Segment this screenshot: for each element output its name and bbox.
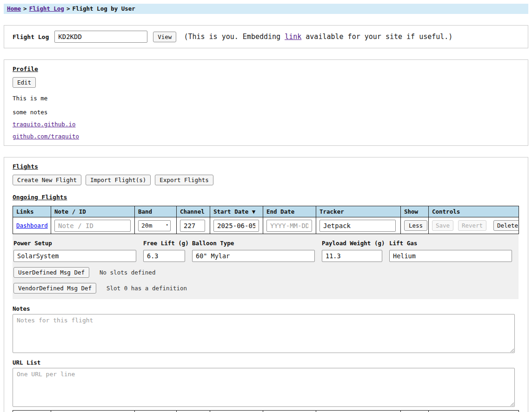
band-cell: ▾ (135, 411, 177, 412)
field-free-lift: Free Lift (g) (143, 240, 185, 262)
import-flights-button[interactable]: Import Flight(s) (86, 175, 151, 185)
note-cell (51, 411, 135, 412)
flights-table: Links Note / ID Band Channel Start Date … (13, 206, 519, 234)
revert-button[interactable]: Revert (458, 220, 486, 231)
flight-details-fields: Power Setup Free Lift (g) Balloon Type P… (13, 240, 515, 262)
channel-cell (177, 411, 210, 412)
band-cell: 20m ▾ (135, 217, 177, 234)
payload-weight-label: Payload Weight (g) (322, 240, 382, 247)
less-button[interactable]: Less (404, 220, 427, 231)
start-date-input[interactable] (213, 220, 259, 232)
flights-header-row: Links Note / ID Band Channel Start Date … (13, 206, 519, 217)
band-select-wrap: 20m ▾ (138, 220, 171, 231)
col-header-controls: Controls (429, 206, 519, 217)
embed-note-prefix: (This is you. Embedding (184, 33, 285, 41)
profile-section: Profile Edit This is me some notes traqu… (4, 59, 528, 146)
tracker-cell (316, 411, 401, 412)
userdefined-msg-row: UserDefined Msg Def No slots defined (13, 267, 515, 278)
lift-gas-label: Lift Gas (389, 240, 512, 247)
flight-log-label: Flight Log (13, 33, 49, 40)
profile-title: Profile (13, 65, 38, 72)
embed-note-suffix: available for your site if useful.) (301, 33, 452, 41)
delete-button[interactable]: Delete (493, 220, 519, 231)
profile-line-1: This is me (13, 92, 519, 102)
save-button[interactable]: Save (432, 220, 453, 231)
embed-link[interactable]: link (285, 33, 301, 41)
power-setup-input[interactable] (13, 250, 136, 262)
band-select[interactable]: 20m (138, 220, 171, 231)
col-header-start-date-sort[interactable]: Start Date ▼ (210, 206, 263, 217)
balloon-type-input[interactable] (192, 250, 315, 262)
view-button[interactable]: View (153, 32, 176, 42)
free-lift-input[interactable] (143, 250, 185, 262)
links-cell: Dashboard (13, 217, 51, 234)
flight-log-lookup-section: Flight Log View (This is you. Embedding … (4, 25, 528, 48)
balloon-type-label: Balloon Type (192, 240, 315, 247)
start-date-cell (210, 411, 263, 412)
field-power-setup: Power Setup (13, 240, 136, 262)
callsign-input[interactable] (54, 31, 147, 43)
vendordefined-msg-row: VendorDefined Msg Def Slot 0 has a defin… (13, 283, 515, 294)
tracker-input[interactable] (319, 220, 396, 232)
payload-weight-input[interactable] (322, 250, 382, 262)
field-payload-weight: Payload Weight (g) (322, 240, 382, 262)
breadcrumb: Home>Flight Log>Flight Log by User (4, 4, 528, 14)
note-cell (51, 217, 135, 234)
url-list-label: URL List (13, 359, 519, 366)
notes-textarea[interactable] (13, 314, 515, 353)
note-id-input[interactable] (54, 220, 131, 232)
col-header-channel: Channel (177, 206, 210, 217)
page: Home>Flight Log>Flight Log by User Fligh… (0, 0, 532, 412)
field-lift-gas: Lift Gas (389, 240, 512, 262)
col-header-tracker: Tracker (316, 206, 401, 217)
profile-link-traquito[interactable]: traquito.github.io (13, 120, 75, 128)
col-header-show: Show (401, 206, 429, 217)
free-lift-label: Free Lift (g) (143, 240, 185, 247)
start-date-cell (210, 217, 263, 234)
breadcrumb-link-home[interactable]: Home (7, 5, 21, 12)
col-header-note-id: Note / ID (51, 206, 135, 217)
flights-title: Flights (13, 163, 38, 170)
url-list-textarea[interactable] (13, 368, 515, 407)
profile-link-github[interactable]: github.com/traquito (13, 132, 79, 140)
power-setup-label: Power Setup (13, 240, 136, 247)
flight-row-2: Dashboard ▾ (13, 411, 519, 412)
ongoing-flights-title: Ongoing Flights (13, 194, 67, 201)
vendordefined-msg-status: Slot 0 has a definition (106, 285, 187, 292)
export-flights-button[interactable]: Export Flights (155, 175, 213, 185)
breadcrumb-link-flight-log[interactable]: Flight Log (29, 5, 64, 12)
breadcrumb-separator: > (66, 5, 70, 12)
userdefined-msg-status: No slots defined (100, 269, 155, 276)
userdefined-msg-def-button[interactable]: UserDefined Msg Def (13, 267, 89, 278)
notes-label: Notes (13, 305, 519, 312)
create-new-flight-button[interactable]: Create New Flight (13, 175, 81, 185)
show-cell (401, 411, 429, 412)
lift-gas-input[interactable] (389, 250, 512, 262)
col-header-links: Links (13, 206, 51, 217)
channel-input[interactable] (180, 220, 205, 232)
channel-cell (177, 217, 210, 234)
controls-cell (429, 411, 519, 412)
field-balloon-type: Balloon Type (192, 240, 315, 262)
edit-profile-button[interactable]: Edit (13, 77, 36, 88)
col-header-end-date: End Date (263, 206, 316, 217)
controls-cell: Save Revert Delete (429, 217, 519, 234)
breadcrumb-separator: > (23, 5, 27, 12)
end-date-cell (263, 411, 316, 412)
end-date-input[interactable] (266, 220, 312, 232)
flights-section: Flights Create New Flight Import Flight(… (4, 157, 528, 412)
flight-details-panel: Power Setup Free Lift (g) Balloon Type P… (13, 234, 519, 299)
breadcrumb-current: Flight Log by User (72, 5, 135, 12)
embed-note: (This is you. Embedding link available f… (184, 33, 452, 41)
col-header-band: Band (135, 206, 177, 217)
vendordefined-msg-def-button[interactable]: VendorDefined Msg Def (13, 283, 96, 294)
show-cell: Less (401, 217, 429, 234)
links-cell: Dashboard (13, 411, 51, 412)
flights-table-row-2: Dashboard ▾ (13, 410, 519, 412)
dashboard-link[interactable]: Dashboard (16, 222, 48, 229)
flight-row: Dashboard 20m ▾ (13, 217, 519, 234)
profile-line-2: some notes (13, 106, 519, 116)
tracker-cell (316, 217, 401, 234)
end-date-cell (263, 217, 316, 234)
